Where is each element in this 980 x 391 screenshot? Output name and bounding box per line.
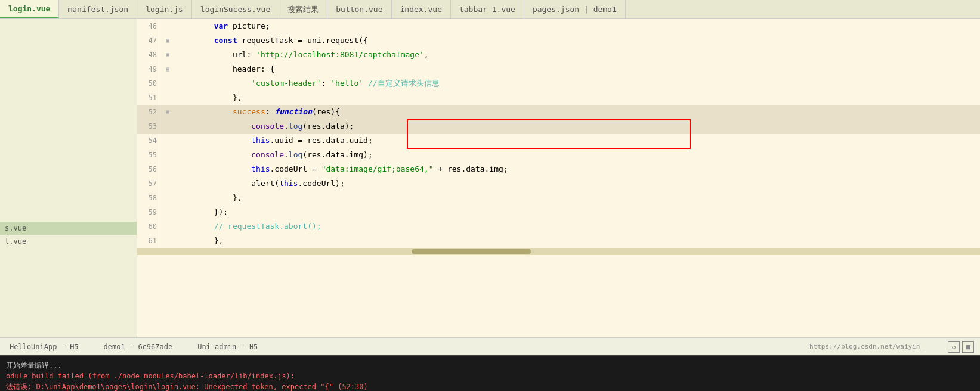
tab-button-vue[interactable]: button.vue	[327, 0, 391, 18]
code-line-48: 48 ▣ url: 'http://localhost:8081/captcha…	[137, 48, 980, 62]
bottom-link: https://blog.csdn.net/waiyin_	[809, 343, 924, 350]
code-line-58: 58 },	[137, 191, 980, 205]
scrollbar-thumb[interactable]	[412, 249, 531, 254]
bottom-tabs: HelloUniApp - H5 demo1 - 6c967ade Uni-ad…	[0, 337, 980, 355]
tab-loginsucess-vue[interactable]: loginSucess.vue	[192, 0, 279, 18]
console-line-3: 法错误: D:\uniApp\demo1\pages\login\login.v…	[6, 381, 974, 391]
sidebar: s.vue l.vue	[0, 19, 137, 337]
main-area: s.vue l.vue 46 var picture; 47 ▣ const r…	[0, 19, 980, 337]
sidebar-item-svue[interactable]: s.vue	[0, 222, 137, 235]
code-line-49: 49 ▣ header: {	[137, 62, 980, 76]
code-line-54: 54 this.uuid = res.data.uuid;	[137, 134, 980, 148]
code-line-60: 60 // requestTask.abort();	[137, 219, 980, 234]
tab-index-vue[interactable]: index.vue	[392, 0, 451, 18]
code-line-52: 52 ▣ success: function(res){	[137, 105, 980, 119]
tab-search-results[interactable]: 搜索结果	[279, 0, 327, 18]
code-line-55: 55 console.log(res.data.img);	[137, 148, 980, 162]
code-line-47: 47 ▣ const requestTask = uni.request({	[137, 33, 980, 48]
console-line-2: odule build failed (from ./node_modules/…	[6, 371, 974, 381]
tab-pages-json[interactable]: pages.json | demo1	[524, 0, 626, 18]
sidebar-item-lvue[interactable]: l.vue	[0, 235, 137, 248]
tab-tabbar-vue[interactable]: tabbar-1.vue	[451, 0, 524, 18]
code-line-57: 57 alert(this.codeUrl);	[137, 176, 980, 191]
code-line-50: 50 'custom-header': 'hello' //自定义请求头信息	[137, 76, 980, 91]
code-line-59: 59 });	[137, 205, 980, 219]
code-line-56: 56 this.codeUrl = "data:image/gif;base64…	[137, 162, 980, 176]
console-line-1: 开始差量编译...	[6, 360, 974, 371]
tab-login-js[interactable]: login.js	[137, 0, 192, 18]
code-line-51: 51 },	[137, 91, 980, 105]
bottom-tab-demo1[interactable]: demo1 - 6c967ade	[100, 342, 177, 352]
horizontal-scrollbar[interactable]	[137, 248, 980, 255]
bottom-tab-uniadmin[interactable]: Uni-admin - H5	[194, 342, 261, 352]
bottom-tab-hellouni[interactable]: HelloUniApp - H5	[6, 342, 82, 352]
reload-button[interactable]: ↺	[948, 341, 960, 353]
code-line-46: 46 var picture;	[137, 19, 980, 33]
stop-button[interactable]: ■	[962, 341, 974, 353]
code-line-53: 53 console.log(res.data);	[137, 119, 980, 134]
code-editor[interactable]: 46 var picture; 47 ▣ const requestTask =…	[137, 19, 980, 337]
tab-login-vue[interactable]: login.vue	[0, 0, 59, 18]
tab-manifest-json[interactable]: manifest.json	[59, 0, 137, 18]
code-container: 46 var picture; 47 ▣ const requestTask =…	[137, 19, 980, 248]
tab-bar: login.vue manifest.json login.js loginSu…	[0, 0, 980, 19]
console-area: 开始差量编译... odule build failed (from ./nod…	[0, 355, 980, 391]
code-line-61: 61 },	[137, 234, 980, 248]
